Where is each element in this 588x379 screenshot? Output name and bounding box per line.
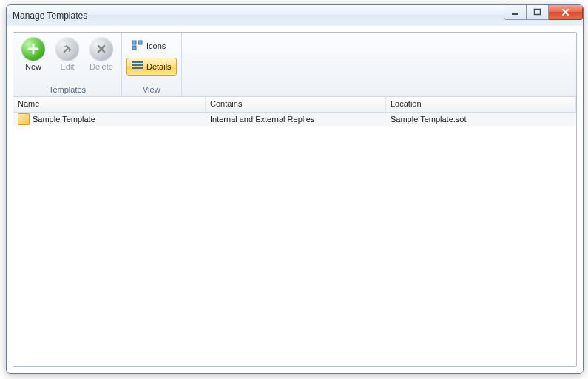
- row-name: Sample Template: [33, 115, 95, 124]
- delete-button: Delete: [86, 36, 117, 73]
- ribbon: New Edit Delete: [13, 33, 576, 97]
- svg-rect-9: [132, 64, 135, 66]
- tools-icon: [55, 37, 79, 61]
- column-location[interactable]: Location: [386, 97, 576, 112]
- new-button[interactable]: New: [18, 36, 49, 73]
- svg-rect-10: [135, 64, 143, 66]
- delete-label: Delete: [89, 62, 113, 71]
- svg-rect-7: [132, 61, 135, 63]
- edit-label: Edit: [61, 62, 75, 71]
- plus-icon: [21, 37, 45, 61]
- new-label: New: [25, 62, 41, 71]
- details-view-button[interactable]: Details: [126, 58, 177, 76]
- group-templates: New Edit Delete: [13, 33, 122, 96]
- client-area: New Edit Delete: [7, 26, 583, 373]
- window-controls: [504, 5, 583, 20]
- edit-button: Edit: [52, 36, 83, 73]
- svg-rect-8: [135, 61, 143, 63]
- details-view-label: Details: [146, 62, 172, 71]
- view-group-label: View: [126, 84, 177, 95]
- icons-view-label: Icons: [146, 41, 166, 50]
- close-button[interactable]: [549, 5, 583, 20]
- titlebar[interactable]: Manage Templates: [7, 5, 583, 27]
- maximize-button[interactable]: [527, 5, 549, 20]
- column-headers: Name Contains Location: [13, 97, 576, 113]
- template-list[interactable]: Name Contains Location Sample Template I…: [13, 97, 576, 366]
- template-file-icon: [18, 113, 30, 125]
- svg-rect-4: [132, 41, 136, 44]
- inner-frame: New Edit Delete: [13, 32, 577, 367]
- icons-view-icon: [132, 40, 143, 52]
- minimize-button[interactable]: [504, 5, 527, 20]
- row-location: Sample Template.sot: [386, 115, 576, 124]
- svg-point-3: [69, 50, 70, 52]
- group-view: Icons Details: [122, 33, 182, 96]
- svg-rect-0: [512, 13, 518, 15]
- column-contains[interactable]: Contains: [206, 97, 386, 112]
- svg-rect-6: [132, 46, 136, 50]
- list-item[interactable]: Sample Template Internal and External Re…: [13, 113, 576, 126]
- details-view-icon: [132, 61, 143, 73]
- svg-rect-12: [135, 67, 143, 69]
- svg-rect-11: [132, 67, 135, 69]
- x-icon: [89, 37, 113, 61]
- row-contains: Internal and External Replies: [206, 115, 386, 124]
- column-name[interactable]: Name: [13, 97, 206, 112]
- svg-point-2: [64, 46, 66, 47]
- svg-rect-5: [138, 41, 142, 44]
- window-title: Manage Templates: [13, 10, 87, 21]
- window-frame: Manage Templates: [6, 4, 584, 374]
- svg-rect-1: [535, 10, 541, 15]
- templates-group-label: Templates: [18, 84, 117, 95]
- icons-view-button[interactable]: Icons: [126, 37, 177, 55]
